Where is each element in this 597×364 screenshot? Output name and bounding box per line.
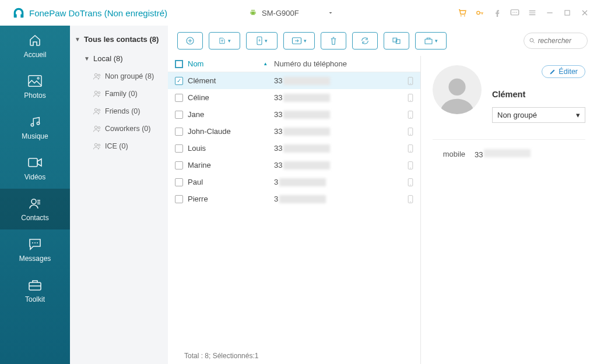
menu-icon[interactable] bbox=[527, 8, 538, 18]
row-checkbox[interactable] bbox=[175, 178, 183, 186]
toolbar: ▾ ▾ ▾ ▾ bbox=[168, 26, 597, 56]
column-name[interactable]: Nom▴ bbox=[188, 59, 269, 68]
minimize-icon[interactable] bbox=[545, 8, 555, 18]
svg-point-27 bbox=[98, 144, 100, 147]
contact-phone-row: mobile 33 bbox=[433, 149, 585, 159]
group-select[interactable]: Non groupé ▾ bbox=[492, 107, 585, 123]
svg-point-21 bbox=[98, 92, 100, 94]
svg-point-0 bbox=[461, 15, 462, 16]
rail-item-music[interactable]: Musique bbox=[0, 107, 70, 148]
search-box[interactable] bbox=[524, 33, 588, 49]
table-row[interactable]: Louis33 bbox=[168, 140, 420, 157]
import-export-device-button[interactable]: ▾ bbox=[246, 32, 278, 50]
table-row[interactable]: Jane33 bbox=[168, 106, 420, 123]
tree-group[interactable]: ICE (0) bbox=[70, 137, 168, 155]
row-checkbox[interactable] bbox=[175, 94, 183, 102]
table-row[interactable]: Pierre3 bbox=[168, 190, 420, 207]
feedback-icon[interactable] bbox=[510, 8, 520, 18]
add-contact-button[interactable] bbox=[177, 32, 203, 50]
rail-item-toolkit[interactable]: Toolkit bbox=[0, 270, 70, 311]
svg-point-24 bbox=[94, 126, 97, 129]
nav-rail: Accueil Photos Musique Vidéos Contacts M… bbox=[0, 26, 70, 364]
column-phone[interactable]: Numéro du téléphone bbox=[274, 59, 347, 68]
row-checkbox[interactable] bbox=[175, 161, 183, 169]
more-button[interactable]: ▾ bbox=[415, 32, 447, 50]
rail-item-messages[interactable]: Messages bbox=[0, 229, 70, 270]
svg-point-23 bbox=[98, 109, 100, 112]
contacts-icon bbox=[28, 196, 42, 210]
people-icon bbox=[93, 73, 101, 80]
app-logo-icon bbox=[13, 7, 24, 19]
cell-name: John-Claude bbox=[188, 127, 269, 136]
svg-point-20 bbox=[94, 91, 97, 94]
svg-point-9 bbox=[37, 77, 39, 79]
row-checkbox[interactable] bbox=[175, 144, 183, 153]
home-icon bbox=[28, 33, 42, 47]
svg-point-40 bbox=[410, 116, 410, 117]
device-selector[interactable]: SM-G900F bbox=[237, 6, 381, 20]
tree-local[interactable]: ▼ Local (8) bbox=[70, 50, 168, 68]
rail-item-videos[interactable]: Vidéos bbox=[0, 148, 70, 189]
titlebar: FonePaw DoTrans (Non enregistré) SM-G900… bbox=[0, 0, 597, 26]
divider bbox=[433, 139, 585, 140]
cell-name: Marine bbox=[188, 161, 269, 169]
contact-details: Éditer Clément Non groupé ▾ mobile 33 bbox=[421, 56, 597, 364]
phone-device-icon bbox=[408, 94, 413, 102]
maximize-icon[interactable] bbox=[562, 8, 573, 18]
tree-group[interactable]: Family (0) bbox=[70, 85, 168, 103]
phone-device-icon bbox=[408, 144, 413, 153]
cart-icon[interactable] bbox=[457, 8, 468, 18]
cell-name: Pierre bbox=[188, 195, 269, 203]
tree-all-contacts[interactable]: ▼ Tous les contacts (8) bbox=[70, 30, 168, 50]
cell-phone: 33 bbox=[274, 144, 391, 153]
rail-item-contacts[interactable]: Contacts bbox=[0, 189, 70, 229]
facebook-icon[interactable] bbox=[492, 8, 503, 18]
svg-point-18 bbox=[94, 73, 97, 76]
tree-group-label: Friends (0) bbox=[105, 107, 140, 115]
row-checkbox[interactable] bbox=[175, 128, 183, 136]
rail-item-photos[interactable]: Photos bbox=[0, 66, 70, 107]
caret-down-icon: ▼ bbox=[75, 36, 80, 43]
android-icon bbox=[249, 9, 257, 17]
svg-point-1 bbox=[464, 15, 465, 16]
tree-group[interactable]: Coworkers (0) bbox=[70, 120, 168, 137]
svg-point-13 bbox=[31, 199, 36, 204]
messages-icon bbox=[28, 237, 42, 251]
tree-group-label: Coworkers (0) bbox=[105, 125, 151, 133]
rail-label: Toolkit bbox=[25, 295, 45, 303]
key-icon[interactable] bbox=[475, 8, 485, 18]
search-icon bbox=[529, 37, 536, 45]
close-icon[interactable] bbox=[580, 8, 590, 18]
search-input[interactable] bbox=[538, 37, 582, 45]
row-checkbox[interactable] bbox=[175, 195, 183, 203]
people-icon bbox=[93, 90, 101, 97]
send-to-device-button[interactable]: ▾ bbox=[283, 32, 315, 50]
refresh-button[interactable] bbox=[352, 32, 378, 50]
rail-label: Vidéos bbox=[24, 173, 45, 181]
cell-phone: 33 bbox=[274, 161, 391, 169]
table-row[interactable]: John-Claude33 bbox=[168, 123, 420, 140]
delete-button[interactable] bbox=[321, 32, 346, 50]
svg-point-51 bbox=[448, 79, 465, 96]
tree-group[interactable]: Friends (0) bbox=[70, 103, 168, 120]
table-row[interactable]: Marine33 bbox=[168, 157, 420, 174]
rail-label: Photos bbox=[24, 91, 45, 100]
rail-item-home[interactable]: Accueil bbox=[0, 26, 70, 66]
row-checkbox[interactable] bbox=[175, 111, 183, 119]
svg-point-16 bbox=[37, 242, 38, 243]
edit-label: Éditer bbox=[559, 68, 578, 76]
merge-button[interactable] bbox=[384, 32, 409, 50]
tree-group-label: Family (0) bbox=[105, 90, 138, 98]
edit-button[interactable]: Éditer bbox=[542, 65, 585, 78]
content-area: ▾ ▾ ▾ ▾ Nom▴ Numéro du téléphone ✓Clémen… bbox=[168, 26, 597, 364]
table-row[interactable]: Paul3 bbox=[168, 174, 420, 190]
export-button[interactable]: ▾ bbox=[209, 32, 240, 50]
select-all-checkbox[interactable] bbox=[175, 60, 183, 68]
table-row[interactable]: ✓Clément33 bbox=[168, 72, 420, 89]
phone-device-icon bbox=[408, 128, 413, 136]
row-checkbox[interactable]: ✓ bbox=[175, 77, 183, 85]
phone-device-icon bbox=[408, 77, 413, 85]
phone-label: mobile bbox=[433, 150, 465, 158]
tree-group[interactable]: Non groupé (8) bbox=[70, 68, 168, 85]
table-row[interactable]: Céline33 bbox=[168, 89, 420, 106]
